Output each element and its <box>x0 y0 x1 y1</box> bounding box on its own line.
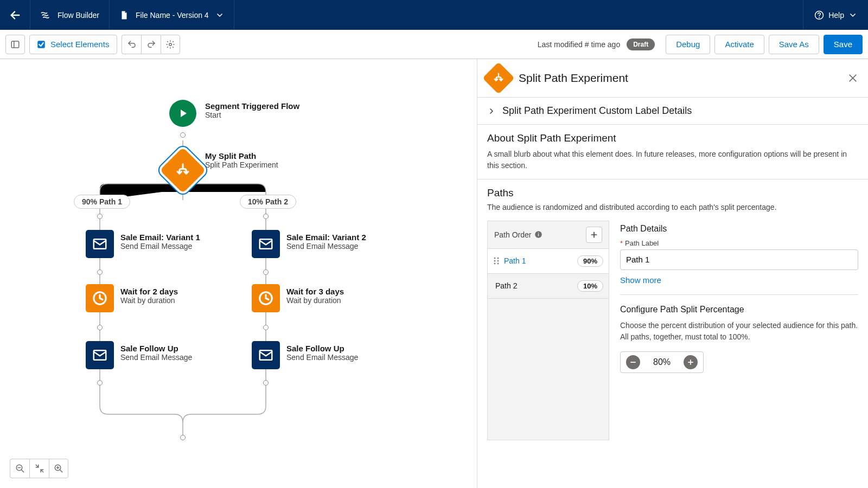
flow-node-email[interactable] <box>86 230 114 258</box>
add-path-button[interactable] <box>586 227 602 243</box>
topbar: Flow Builder File Name - Version 4 Help <box>0 0 868 30</box>
flow-node-wait[interactable] <box>252 284 280 312</box>
flow-node-email[interactable] <box>252 230 280 258</box>
zoom-out-icon <box>15 464 25 473</box>
flow-node-email[interactable] <box>86 341 114 369</box>
svg-point-43 <box>494 260 496 262</box>
connector-dot[interactable] <box>263 325 269 330</box>
debug-button[interactable]: Debug <box>666 35 710 54</box>
connector-dot[interactable] <box>263 269 269 275</box>
activate-button[interactable]: Activate <box>714 35 764 54</box>
help-icon <box>814 10 824 20</box>
flow-node-start[interactable] <box>169 100 196 127</box>
flow-node-split[interactable] <box>161 149 205 192</box>
connector-dot[interactable] <box>180 435 186 440</box>
close-button[interactable] <box>847 73 858 84</box>
node-label-title: Sale Email: Variant 2 <box>286 233 366 242</box>
path-name: Path 1 <box>504 256 573 265</box>
help-dropdown[interactable]: Help <box>803 10 868 20</box>
app-name-label: Flow Builder <box>58 11 99 20</box>
minus-icon <box>629 358 637 366</box>
select-elements-button[interactable]: Select Elements <box>29 35 117 54</box>
node-label-subtitle: Wait by duration <box>120 296 178 305</box>
save-button[interactable]: Save <box>824 35 863 54</box>
zoom-controls <box>10 459 68 478</box>
zoom-in-icon <box>54 464 63 473</box>
increment-button[interactable] <box>684 355 698 369</box>
percentage-value: 80% <box>651 357 673 367</box>
flow-node-wait[interactable] <box>86 284 114 312</box>
about-section: About Split Path Experiment A small blur… <box>477 124 868 179</box>
path-order-header: Path Order <box>488 221 609 249</box>
split-path-icon <box>482 62 514 94</box>
node-label-title: Segment Triggered Flow <box>205 101 299 111</box>
drag-handle-icon[interactable] <box>493 256 500 265</box>
file-name-label: File Name - Version 4 <box>136 11 209 20</box>
path-order-list: Path Order Path 1 90% <box>487 221 609 440</box>
branch-label-path1[interactable]: 90% Path 1 <box>74 195 130 209</box>
path-row[interactable]: Path 1 90% <box>488 249 609 274</box>
svg-point-41 <box>494 258 496 259</box>
panel-title: Split Path Experiment <box>519 72 839 85</box>
main: Segment Triggered Flow Start My Split Pa… <box>0 59 868 488</box>
chevron-right-icon <box>487 107 496 115</box>
path-label-input[interactable] <box>620 249 858 270</box>
node-label-title: Wait for 3 days <box>286 287 344 296</box>
decrement-button[interactable] <box>626 355 640 369</box>
svg-point-2 <box>819 17 820 18</box>
settings-button[interactable] <box>161 35 180 54</box>
close-icon <box>847 73 858 84</box>
connector-dot[interactable] <box>180 132 186 138</box>
percentage-stepper: 80% <box>620 351 704 373</box>
redo-button[interactable] <box>141 35 161 54</box>
path-details-heading: Path Details <box>620 224 858 234</box>
undo-button[interactable] <box>122 35 141 54</box>
collapse-icon <box>35 464 44 473</box>
zoom-out-button[interactable] <box>10 459 29 478</box>
node-label-subtitle: Send Email Message <box>286 242 366 251</box>
email-icon <box>92 347 108 363</box>
connector-dot[interactable] <box>97 269 103 275</box>
node-label-subtitle: Send Email Message <box>286 353 358 362</box>
node-label-subtitle: Wait by duration <box>286 296 344 305</box>
connector-dot[interactable] <box>97 380 103 386</box>
save-as-button[interactable]: Save As <box>769 35 819 54</box>
paths-section: Paths The audience is randomized and dis… <box>477 179 868 448</box>
node-label-title: Wait for 2 days <box>120 287 178 296</box>
svg-point-44 <box>497 260 499 262</box>
connector-dot[interactable] <box>97 214 103 219</box>
info-icon[interactable] <box>534 230 542 239</box>
chevron-down-icon <box>215 11 224 20</box>
last-modified-label: Last modified # time ago <box>538 40 621 49</box>
path-details: Path Details *Path Label Show more Confi… <box>609 221 858 440</box>
collapse-section[interactable]: Split Path Experiment Custom Label Detai… <box>477 97 868 124</box>
branch-label-path2[interactable]: 10% Path 2 <box>240 195 296 209</box>
gear-icon <box>165 40 175 49</box>
show-more-link[interactable]: Show more <box>620 275 661 285</box>
panel-left-icon <box>10 40 20 49</box>
svg-line-30 <box>60 470 62 472</box>
toggle-left-panel-button[interactable] <box>5 35 25 54</box>
fit-view-button[interactable] <box>29 459 49 478</box>
connector-dot[interactable] <box>263 380 269 386</box>
flow-canvas[interactable]: Segment Triggered Flow Start My Split Pa… <box>0 59 477 488</box>
back-button[interactable] <box>0 0 30 30</box>
app-switcher[interactable]: Flow Builder <box>30 0 109 30</box>
zoom-in-button[interactable] <box>49 459 68 478</box>
svg-point-46 <box>497 263 499 265</box>
file-icon <box>119 10 129 20</box>
node-label-title: My Split Path <box>205 151 278 160</box>
play-icon <box>176 107 189 120</box>
flow-node-email[interactable] <box>252 341 280 369</box>
svg-point-42 <box>497 258 499 259</box>
node-label-subtitle: Start <box>205 111 299 119</box>
svg-point-38 <box>538 233 539 234</box>
connector-dot[interactable] <box>97 325 103 330</box>
undo-redo-group <box>122 35 180 54</box>
paths-title: Paths <box>487 187 858 199</box>
file-dropdown[interactable]: File Name - Version 4 <box>110 0 234 30</box>
connector-dot[interactable] <box>263 214 269 219</box>
path-row[interactable]: Path 2 10% <box>488 274 609 299</box>
node-label-title: Sale Follow Up <box>286 344 358 353</box>
path-percentage: 10% <box>577 280 603 292</box>
